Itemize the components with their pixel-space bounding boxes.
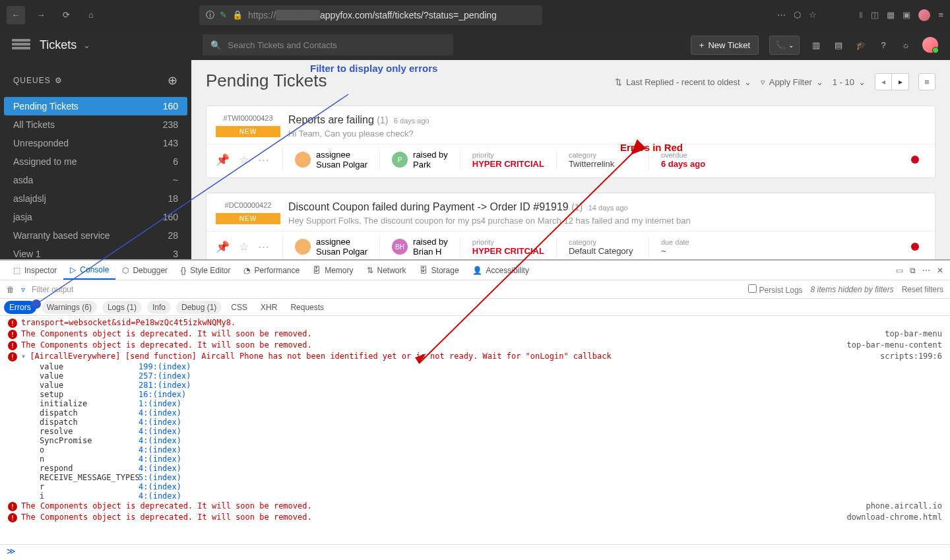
sidebar-item[interactable]: Pending Tickets160 — [4, 97, 187, 115]
console-cat[interactable]: Requests — [286, 303, 328, 312]
star-icon: ☆ — [239, 240, 249, 254]
console-cat[interactable]: XHR — [257, 303, 281, 312]
console-cat[interactable]: Errors — [4, 301, 36, 314]
chevron-down-icon: ⌄ — [858, 77, 866, 87]
phone-button[interactable]: 📞 ⌄ — [769, 36, 800, 55]
home-button[interactable]: ⌂ — [82, 6, 100, 24]
filter-button[interactable]: ▿Apply Filter⌄ — [761, 77, 823, 87]
hidden-items-label: 8 items hidden by filters — [811, 285, 894, 294]
error-icon: ! — [8, 502, 17, 511]
search-icon: 🔍 — [210, 40, 221, 50]
next-page-button[interactable]: ▸ — [892, 73, 909, 90]
sidebar-item[interactable]: asda~ — [0, 171, 191, 189]
queues-header: QUEUES ⚙ ⊕ — [0, 67, 191, 97]
persist-logs-checkbox[interactable]: Persist Logs — [748, 284, 802, 295]
reset-filters-button[interactable]: Reset filters — [902, 285, 943, 294]
annotation-errors-red: Errors in Red — [620, 142, 683, 153]
console-output: !transport=websocket&sid=Pe18wzQc4t5izkw… — [0, 316, 950, 544]
chevron-down-icon[interactable]: ⌄ — [83, 40, 90, 50]
gear-icon[interactable]: ⚙ — [55, 76, 63, 85]
expand-icon[interactable]: ▾ — [21, 352, 26, 361]
console-cat[interactable]: Info — [147, 301, 171, 314]
more-icon: ⋯ — [258, 240, 269, 254]
filter-output-input[interactable]: Filter output — [32, 285, 73, 294]
responsive-icon[interactable]: ▭ — [896, 266, 903, 275]
pager: ◂ ▸ — [875, 73, 909, 90]
prev-page-button[interactable]: ◂ — [875, 73, 892, 90]
info-icon: ⓘ — [206, 9, 214, 21]
sidebar-icon[interactable]: ◫ — [871, 10, 879, 20]
annotation-filter: Filter to display only errors — [310, 63, 437, 74]
sort-button[interactable]: ⇅Last Replied - recent to oldest⌄ — [615, 77, 751, 87]
console-prompt[interactable]: ≫ — [0, 544, 950, 560]
status-dot — [911, 156, 919, 164]
graduation-icon[interactable]: 🎓 — [855, 39, 867, 51]
forward-button[interactable]: → — [32, 6, 50, 24]
profile-avatar[interactable] — [918, 9, 930, 21]
sidebar-item[interactable]: aslajdslj18 — [0, 189, 191, 208]
pin-icon: 📌 — [216, 240, 230, 254]
close-icon[interactable]: ✕ — [937, 266, 943, 275]
console-cat[interactable]: Debug (1) — [176, 301, 222, 314]
back-button[interactable]: ← — [7, 6, 25, 24]
app-header: Tickets ⌄ 🔍 Search Tickets and Contacts … — [0, 30, 950, 60]
shield-icon[interactable]: ⬡ — [794, 10, 801, 20]
sidebar-item[interactable]: Unresponded143 — [0, 134, 191, 152]
bookmark-icon[interactable]: ☆ — [809, 10, 817, 20]
devtools-tab-storage[interactable]: 🗄Storage — [413, 261, 466, 280]
devtools-tab-style-editor[interactable]: {}Style Editor — [174, 261, 237, 280]
list-icon[interactable]: ▤ — [833, 39, 844, 51]
help-icon[interactable]: ? — [877, 39, 889, 51]
star-icon: ☆ — [239, 153, 249, 167]
devtools-tab-network[interactable]: ⇅Network — [360, 261, 413, 280]
devtools-tab-console[interactable]: ▷Console — [63, 261, 115, 280]
devtools-tab-memory[interactable]: 🗄Memory — [306, 261, 360, 280]
sun-icon[interactable]: ☼ — [900, 39, 912, 51]
add-queue-button[interactable]: ⊕ — [168, 73, 178, 88]
book-icon[interactable]: ▥ — [810, 39, 822, 51]
url-text: https://xappyfox.com/staff/tickets/?stat… — [248, 10, 497, 20]
devtools-tab-accessibility[interactable]: 👤Accessibility — [466, 261, 536, 280]
trash-icon[interactable]: 🗑 — [7, 285, 15, 294]
search-input[interactable]: 🔍 Search Tickets and Contacts — [203, 34, 453, 55]
app-logo[interactable] — [12, 39, 30, 51]
more-icon[interactable]: ⋯ — [777, 10, 786, 20]
more-icon[interactable]: ⋯ — [922, 266, 930, 275]
view-toggle-button[interactable]: ≡ — [918, 73, 935, 90]
chevron-down-icon: ⌄ — [744, 77, 751, 87]
library-icon[interactable]: ⫴ — [859, 10, 863, 20]
status-dot — [911, 243, 919, 251]
devtools-panel: ⬚Inspector▷Console⬡Debugger{}Style Edito… — [0, 259, 950, 560]
reload-button[interactable]: ⟳ — [57, 6, 75, 24]
devtools-tab-performance[interactable]: ◔Performance — [237, 261, 306, 280]
ticket-card[interactable]: #TWI00000423NEWReports are failing (1) 6… — [206, 106, 935, 178]
devtools-tab-debugger[interactable]: ⬡Debugger — [115, 261, 174, 280]
user-avatar[interactable] — [922, 37, 938, 53]
content-area: Pending Tickets Filter to display only e… — [191, 60, 950, 259]
save-icon[interactable]: ▣ — [902, 10, 910, 20]
console-cat[interactable]: Logs (1) — [102, 301, 142, 314]
dock-icon[interactable]: ⧉ — [910, 266, 916, 275]
menu-icon[interactable]: ≡ — [938, 10, 943, 20]
console-categories: ErrorsWarnings (6)Logs (1)InfoDebug (1)C… — [0, 299, 950, 316]
chevron-down-icon: ⌄ — [788, 42, 794, 49]
chevron-down-icon: ⌄ — [816, 77, 823, 87]
sidebar-item[interactable]: All Tickets238 — [0, 115, 191, 134]
console-filter-row: 🗑 ▿ Filter output Persist Logs 8 items h… — [0, 280, 950, 299]
url-bar[interactable]: ⓘ ✎ 🔒 https://xappyfox.com/staff/tickets… — [199, 5, 542, 25]
console-cat[interactable]: Warnings (6) — [42, 301, 97, 314]
error-icon: ! — [8, 330, 17, 339]
new-ticket-button[interactable]: + New Ticket — [691, 36, 759, 55]
console-cat[interactable]: CSS — [227, 303, 251, 312]
sidebar-item[interactable]: jasja160 — [0, 208, 191, 226]
sidebar-item[interactable]: Warranty based service28 — [0, 226, 191, 245]
ticket-card[interactable]: #DC00000422NEWDiscount Coupon failed dur… — [206, 193, 935, 259]
sidebar-item[interactable]: Assigned to me6 — [0, 152, 191, 171]
pager-label[interactable]: 1 - 10⌄ — [833, 77, 866, 87]
lock-icon: 🔒 — [232, 10, 243, 20]
devtools-tab-inspector[interactable]: ⬚Inspector — [7, 261, 63, 280]
sidebar: QUEUES ⚙ ⊕ Pending Tickets160All Tickets… — [0, 60, 191, 259]
funnel-icon[interactable]: ▿ — [21, 285, 25, 294]
grid-icon[interactable]: ▦ — [887, 10, 895, 20]
filter-icon: ▿ — [761, 77, 765, 87]
